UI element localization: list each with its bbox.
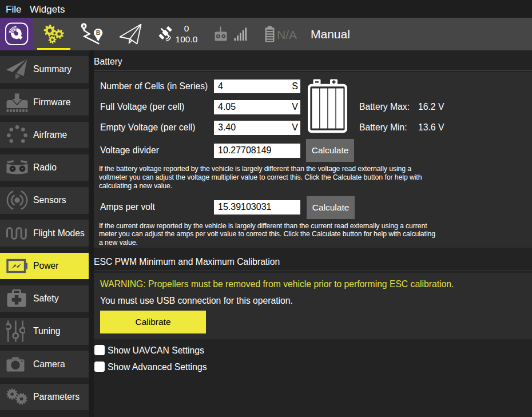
svg-text:B: B — [96, 29, 101, 36]
svg-text:A: A — [82, 24, 85, 28]
